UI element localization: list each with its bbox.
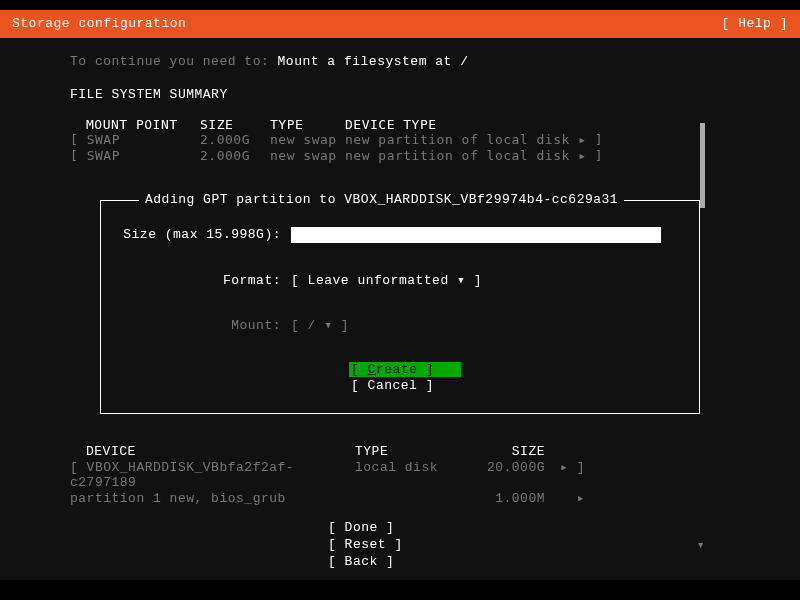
page-title: Storage configuration — [12, 16, 186, 32]
mount-label: Mount: — [121, 318, 291, 334]
chevron-right-icon: ▸ ] — [545, 460, 585, 491]
instruction-line: To continue you need to: Mount a filesys… — [70, 54, 730, 70]
dcell-device: [ VBOX_HARDDISK_VBbfa2f2af-c2797189 — [70, 460, 355, 491]
devices-header: DEVICE TYPE SIZE — [70, 444, 730, 460]
back-button[interactable]: [ Back ] — [328, 554, 438, 570]
dialog-buttons: [ Create ] [ Cancel ] — [349, 362, 679, 394]
cell-mount: [ SWAP — [70, 132, 200, 148]
size-field: Size (max 15.998G): — [121, 227, 679, 243]
col-size: SIZE — [200, 117, 270, 133]
fs-summary-table: MOUNT POINT SIZE TYPE DEVICE TYPE [ SWAP… — [70, 117, 730, 164]
col-type: TYPE — [270, 117, 345, 133]
cancel-button[interactable]: [ Cancel ] — [349, 378, 461, 394]
done-button[interactable]: [ Done ] — [328, 520, 438, 536]
dcell-device: partition 1 new, bios_grub — [70, 491, 355, 507]
dialog-title: Adding GPT partition to VBOX_HARDDISK_VB… — [139, 192, 624, 208]
col-device: DEVICE TYPE — [345, 117, 730, 133]
col-mount: MOUNT POINT — [70, 117, 200, 133]
device-row[interactable]: [ VBOX_HARDDISK_VBbfa2f2af-c2797189 loca… — [70, 460, 730, 491]
device-row[interactable]: partition 1 new, bios_grub 1.000M ▸ — [70, 491, 730, 507]
cell-mount: [ SWAP — [70, 148, 200, 164]
chevron-down-icon[interactable]: ▾ — [697, 538, 705, 554]
instruction-action: Mount a filesystem at / — [278, 54, 469, 69]
devices-section: DEVICE TYPE SIZE [ VBOX_HARDDISK_VBbfa2f… — [70, 444, 730, 506]
size-input[interactable] — [291, 227, 661, 243]
dcol-device: DEVICE — [70, 444, 355, 460]
reset-button[interactable]: [ Reset ] — [328, 537, 438, 553]
dcell-size: 1.000M — [465, 491, 545, 507]
create-button[interactable]: [ Create ] — [349, 362, 461, 378]
partition-dialog: Adding GPT partition to VBOX_HARDDISK_VB… — [100, 200, 700, 414]
title-bar: Storage configuration [ Help ] — [0, 10, 800, 38]
help-button[interactable]: [ Help ] — [722, 16, 788, 32]
size-label: Size (max 15.998G): — [121, 227, 291, 243]
footer-buttons: [ Done ] [ Reset ] [ Back ] — [328, 520, 730, 569]
main-content: To continue you need to: Mount a filesys… — [0, 38, 800, 581]
dcell-size: 20.000G — [465, 460, 545, 491]
dcell-type — [355, 491, 465, 507]
scrollbar-vertical[interactable] — [700, 123, 705, 208]
cell-device: new partition of local disk ▸ ] — [345, 132, 730, 148]
dcol-size: SIZE — [465, 444, 545, 460]
dcell-type: local disk — [355, 460, 465, 491]
cell-size: 2.000G — [200, 148, 270, 164]
dcol-type: TYPE — [355, 444, 465, 460]
cell-size: 2.000G — [200, 132, 270, 148]
format-label: Format: — [121, 273, 291, 289]
format-field: Format: [ Leave unformatted ▾ ] — [121, 273, 679, 289]
cell-type: new swap — [270, 148, 345, 164]
chevron-right-icon: ▸ — [545, 491, 585, 507]
mount-field: Mount: [ / ▾ ] — [121, 318, 679, 334]
instruction-prefix: To continue you need to: — [70, 54, 278, 69]
table-row[interactable]: [ SWAP 2.000G new swap new partition of … — [70, 148, 730, 164]
dialog-container: Adding GPT partition to VBOX_HARDDISK_VB… — [100, 200, 700, 414]
table-row[interactable]: [ SWAP 2.000G new swap new partition of … — [70, 132, 730, 148]
cell-type: new swap — [270, 132, 345, 148]
mount-select[interactable]: [ / ▾ ] — [291, 318, 349, 334]
format-select[interactable]: [ Leave unformatted ▾ ] — [291, 273, 482, 289]
fs-summary-heading: FILE SYSTEM SUMMARY — [70, 87, 730, 103]
fs-table-header: MOUNT POINT SIZE TYPE DEVICE TYPE — [70, 117, 730, 133]
cell-device: new partition of local disk ▸ ] — [345, 148, 730, 164]
